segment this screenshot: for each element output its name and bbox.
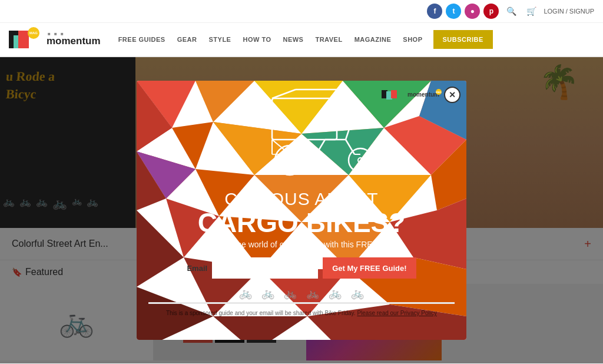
site-logo[interactable]: MAG ■ ■ ■ momentum [9, 25, 101, 54]
bike-icon-5: 🚲 [329, 287, 342, 300]
modal-logo: MAG momentum [382, 89, 439, 100]
modal-overlay: ✕ MAG momentum [0, 57, 603, 363]
modal-popup: ✕ MAG momentum [137, 81, 466, 340]
cargo-bike-illustration [225, 87, 378, 181]
svg-point-48 [358, 158, 363, 163]
header-top-bar: f t ● p 🔍 🛒 LOGIN / SIGNUP [0, 0, 603, 23]
header-nav: MAG ■ ■ ■ momentum FREE GUIDES GEAR STYL… [0, 23, 603, 57]
instagram-icon[interactable]: ● [465, 4, 480, 19]
logo-mark: MAG [9, 25, 44, 54]
bike-icon-2: 🚲 [261, 287, 274, 300]
login-signup-button[interactable]: LOGIN / SIGNUP [544, 8, 594, 15]
email-label: Email [187, 264, 207, 273]
get-guide-button[interactable]: Get My FREE Guide! [323, 257, 416, 279]
bike-icon-1: 🚲 [239, 287, 252, 300]
modal-headline: CURIOUS ABOUT CARGO BIKES? [148, 189, 455, 236]
nav-free-guides[interactable]: FREE GUIDES [112, 23, 171, 56]
nav-shop[interactable]: SHOP [397, 23, 428, 56]
cart-button[interactable]: 🛒 [524, 4, 539, 19]
nav-magazine[interactable]: MAGAZINE [349, 23, 397, 56]
nav-travel[interactable]: TRAVEL [309, 23, 348, 56]
modal-bike-icons: 🚲 🚲 🚲 🚲 🚲 🚲 [148, 287, 455, 300]
nav-how-to[interactable]: HOW TO [237, 23, 277, 56]
modal-footer: This is a sponsored guide and your email… [148, 310, 455, 322]
bike-icon-6: 🚲 [351, 287, 364, 300]
nav-style[interactable]: STYLE [203, 23, 237, 56]
pinterest-icon[interactable]: p [483, 4, 499, 19]
bike-icon-4: 🚲 [306, 287, 319, 300]
svg-point-47 [349, 148, 372, 172]
email-input[interactable] [212, 257, 318, 279]
bike-icon-3: 🚲 [284, 287, 297, 300]
page-content: u Rode a Bicyc 🚲 🚲 🚲 🚲 🚲 🚲 🌴 Colorful St… [0, 57, 603, 363]
modal-subtext: Discover the world of cargo bikes with t… [148, 240, 455, 249]
modal-logo-text: momentum [407, 91, 439, 98]
modal-close-button[interactable]: ✕ [444, 87, 460, 103]
svg-line-45 [316, 140, 325, 154]
site-name: momentum [47, 36, 101, 47]
main-nav: FREE GUIDES GEAR STYLE HOW TO NEWS TRAVE… [112, 23, 493, 56]
search-button[interactable]: 🔍 [503, 4, 519, 19]
svg-line-36 [272, 90, 296, 98]
twitter-icon[interactable]: t [446, 4, 461, 19]
subscribe-button[interactable]: SUBSCRIBE [433, 30, 493, 49]
sponsor-divider [148, 302, 455, 304]
svg-line-44 [346, 140, 354, 154]
svg-rect-35 [272, 98, 337, 140]
svg-line-39 [346, 122, 352, 140]
facebook-icon[interactable]: f [427, 4, 442, 19]
nav-gear[interactable]: GEAR [171, 23, 203, 56]
privacy-policy-link[interactable]: Please read our Privacy Policy [357, 310, 437, 316]
svg-line-52 [272, 140, 290, 154]
nav-news[interactable]: NEWS [277, 23, 309, 56]
modal-form: Email Get My FREE Guide! [148, 257, 455, 279]
social-icons: f t ● p [427, 4, 499, 19]
